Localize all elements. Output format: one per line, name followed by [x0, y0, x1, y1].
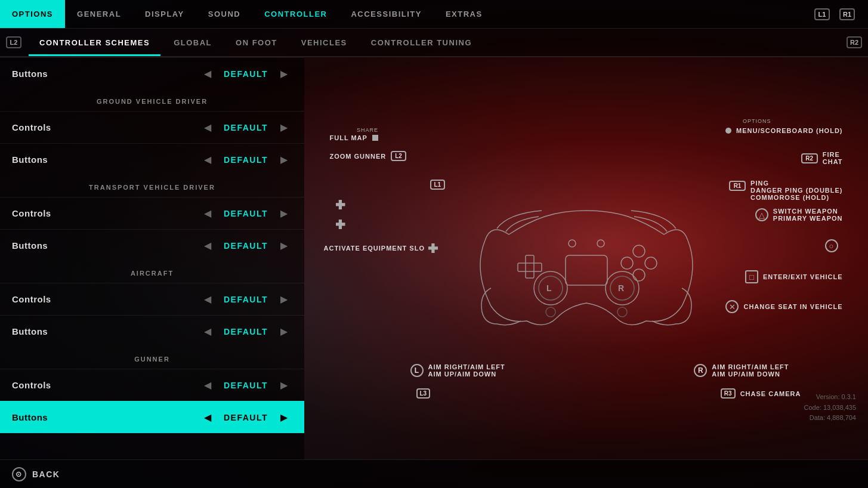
- arrow-right-aircraft-controls[interactable]: ▶: [276, 291, 292, 308]
- arrow-right-gvd-buttons[interactable]: ▶: [276, 152, 292, 168]
- svg-rect-5: [518, 263, 542, 271]
- zoom-gunner-label: ZOOM GUNNER L2: [330, 151, 406, 161]
- nav-tab-options[interactable]: OPTIONS: [0, 0, 65, 28]
- nav-tab-accessibility[interactable]: ACCESSIBILITY: [339, 0, 433, 28]
- arrow-left-gunner-controls[interactable]: ◀: [199, 377, 216, 394]
- right-stick-label: R AIM RIGHT/AIM LEFT AIM UP/AIM DOWN: [694, 363, 789, 378]
- arrow-left-tvd-buttons[interactable]: ◀: [199, 237, 216, 254]
- l3-label: L3: [416, 388, 431, 399]
- arrow-right-buttons-top[interactable]: ▶: [276, 66, 292, 82]
- version-info: Version: 0.3.1 Code: 13,038,435 Data: 4,…: [804, 392, 856, 424]
- row-gunner-controls[interactable]: Controls ◀ DEFAULT ▶: [0, 369, 304, 401]
- bottom-bar: ⊙ BACK: [0, 459, 868, 488]
- left-stick-label: L AIM RIGHT/AIM LEFT AIM UP/AIM DOWN: [410, 363, 505, 378]
- arrow-left-buttons-top[interactable]: ◀: [199, 66, 216, 82]
- row-tvd-controls[interactable]: Controls ◀ DEFAULT ▶: [0, 197, 304, 229]
- svg-point-9: [621, 257, 633, 269]
- change-seat-label: ✕ CHANGE SEAT IN VEHICLE: [725, 300, 842, 313]
- svg-point-11: [569, 240, 576, 247]
- sub-tab-controller-schemes[interactable]: CONTROLLER SCHEMES: [29, 29, 160, 56]
- svg-text:R: R: [618, 283, 624, 293]
- nav-tab-sound[interactable]: SOUND: [196, 0, 252, 28]
- row-gvd-controls[interactable]: Controls ◀ DEFAULT ▶: [0, 111, 304, 143]
- section-ground-vehicle-driver: GROUND VEHICLE DRIVER: [0, 89, 304, 111]
- nav-tab-display[interactable]: DISPLAY: [133, 0, 196, 28]
- r1-badge: R1: [839, 8, 855, 20]
- svg-rect-4: [526, 255, 534, 278]
- controller-diagram: L R SHARE FULL MAP ZOOM GUNNER L2: [318, 91, 855, 425]
- arrow-right-tvd-controls[interactable]: ▶: [276, 205, 292, 222]
- arrow-right-tvd-buttons[interactable]: ▶: [276, 237, 292, 254]
- arrow-right-gvd-controls[interactable]: ▶: [276, 119, 292, 136]
- arrow-left-gvd-buttons[interactable]: ◀: [199, 152, 216, 168]
- svg-point-14: [617, 307, 627, 317]
- r3-label: R3 CHASE CAMERA: [721, 388, 801, 399]
- arrow-right-gunner-controls[interactable]: ▶: [276, 377, 292, 394]
- full-map-label: SHARE FULL MAP: [330, 127, 378, 141]
- arrow-left-tvd-controls[interactable]: ◀: [199, 205, 216, 222]
- dpad-mid-label: [336, 220, 345, 229]
- right-panel: L R SHARE FULL MAP ZOOM GUNNER L2: [304, 57, 868, 459]
- svg-point-6: [633, 245, 645, 257]
- row-tvd-buttons[interactable]: Buttons ◀ DEFAULT ▶: [0, 229, 304, 261]
- section-transport-vehicle-driver: TRANSPORT VEHICLE DRIVER: [0, 175, 304, 197]
- section-aircraft: AIRCRAFT: [0, 261, 304, 283]
- left-panel: Buttons ◀ DEFAULT ▶ GROUND VEHICLE DRIVE…: [0, 57, 304, 459]
- top-nav: OPTIONS GENERAL DISPLAY SOUND CONTROLLER…: [0, 0, 868, 29]
- svg-rect-10: [566, 255, 607, 285]
- row-gvd-buttons[interactable]: Buttons ◀ DEFAULT ▶: [0, 143, 304, 175]
- back-button[interactable]: ⊙ BACK: [12, 467, 60, 481]
- enter-exit-label: ○: [825, 239, 843, 252]
- arrow-left-aircraft-buttons[interactable]: ◀: [199, 323, 216, 340]
- arrow-right-gunner-buttons[interactable]: ▶: [276, 409, 292, 426]
- svg-point-13: [546, 307, 555, 317]
- arrow-right-aircraft-buttons[interactable]: ▶: [276, 323, 292, 340]
- menu-scoreboard-label: MENU/SCOREBOARD (HOLD): [725, 127, 842, 134]
- back-icon: ⊙: [12, 467, 26, 481]
- switch-weapon-label: △ SWITCH WEAPON PRIMARY WEAPON: [755, 208, 843, 222]
- enter-exit-square-label: □ ENTER/EXIT VEHICLE: [745, 270, 843, 283]
- controller-svg: L R: [461, 163, 712, 354]
- nav-tab-controller[interactable]: CONTROLLER: [252, 0, 339, 28]
- svg-point-8: [633, 269, 645, 281]
- activate-equipment-label: ACTIVATE EQUIPMENT SLO: [324, 243, 438, 253]
- sub-tab-vehicles[interactable]: VEHICLES: [291, 29, 358, 56]
- arrow-left-gunner-buttons[interactable]: ◀: [199, 409, 216, 426]
- main-content: Buttons ◀ DEFAULT ▶ GROUND VEHICLE DRIVE…: [0, 57, 868, 459]
- svg-point-12: [597, 240, 604, 247]
- nav-tab-general[interactable]: GENERAL: [65, 0, 133, 28]
- section-gunner: GUNNER: [0, 347, 304, 369]
- sub-tab-global[interactable]: GLOBAL: [163, 29, 223, 56]
- arrow-left-aircraft-controls[interactable]: ◀: [199, 291, 216, 308]
- arrow-left-gvd-controls[interactable]: ◀: [199, 119, 216, 136]
- row-aircraft-buttons[interactable]: Buttons ◀ DEFAULT ▶: [0, 315, 304, 347]
- dpad-up-label: [336, 200, 345, 209]
- sub-tab-controller-tuning[interactable]: CONTROLLER TUNING: [360, 29, 483, 56]
- fire-chat-label: R2 FIRE CHAT: [801, 151, 843, 165]
- svg-point-7: [645, 257, 657, 269]
- row-gunner-buttons[interactable]: Buttons ◀ DEFAULT ▶: [0, 401, 304, 433]
- sub-tab-on-foot[interactable]: ON FOOT: [225, 29, 288, 56]
- nav-tab-extras[interactable]: EXTRAS: [434, 0, 495, 28]
- sub-nav: L2 CONTROLLER SCHEMES GLOBAL ON FOOT VEH…: [0, 29, 868, 57]
- row-aircraft-controls[interactable]: Controls ◀ DEFAULT ▶: [0, 283, 304, 315]
- r2-badge: R2: [847, 36, 862, 48]
- l1-badge: L1: [814, 8, 830, 20]
- svg-text:L: L: [546, 283, 552, 293]
- l1-label: L1: [430, 180, 446, 190]
- row-buttons-top[interactable]: Buttons ◀ DEFAULT ▶: [0, 57, 304, 89]
- options-mini-label: OPTIONS: [743, 118, 771, 124]
- l2-badge: L2: [6, 36, 21, 48]
- ping-label: R1 PING DANGER PING (DOUBLE) COMMOROSE (…: [729, 180, 842, 201]
